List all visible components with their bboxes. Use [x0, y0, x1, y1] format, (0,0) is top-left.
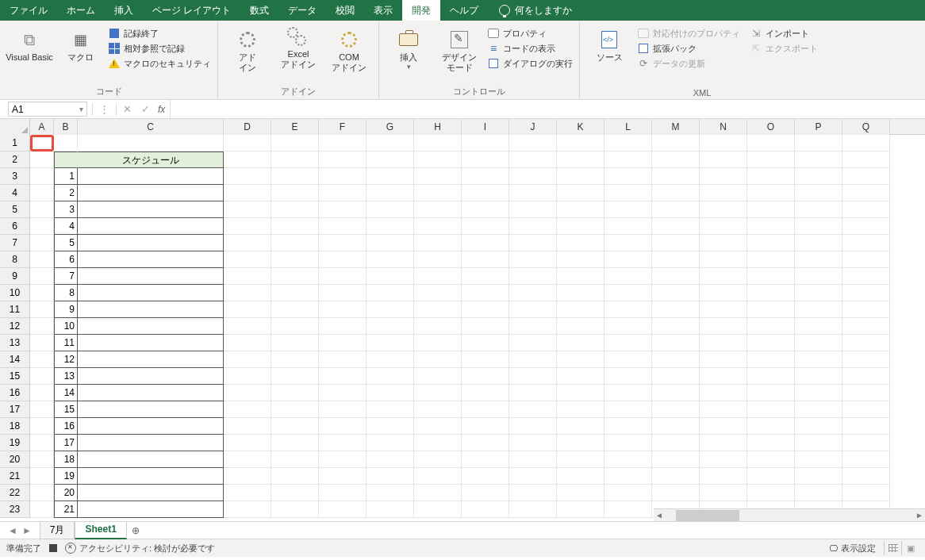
cell-G21[interactable]	[367, 468, 414, 485]
cell-G5[interactable]	[367, 201, 414, 218]
cell-O14[interactable]	[747, 351, 795, 368]
cell-Q7[interactable]	[842, 235, 890, 251]
cell-Q20[interactable]	[842, 451, 890, 468]
cell-G16[interactable]	[367, 385, 414, 401]
cell-I16[interactable]	[462, 385, 509, 401]
cell-N11[interactable]	[700, 301, 747, 318]
cell-O9[interactable]	[747, 268, 795, 285]
cell-P6[interactable]	[795, 218, 842, 235]
xml-source-button[interactable]: ソース	[586, 24, 632, 63]
column-header-K[interactable]: K	[557, 119, 605, 135]
cell-L18[interactable]	[605, 418, 652, 435]
row-header-16[interactable]: 16	[0, 385, 30, 401]
cell-M16[interactable]	[652, 385, 700, 401]
cell-F21[interactable]	[319, 468, 367, 485]
cell-L16[interactable]	[605, 385, 652, 401]
cell-C5[interactable]	[78, 201, 224, 218]
cell-P20[interactable]	[795, 451, 842, 468]
cell-A10[interactable]	[30, 285, 54, 301]
cell-O8[interactable]	[747, 251, 795, 268]
cell-M5[interactable]	[652, 201, 700, 218]
cell-N7[interactable]	[700, 235, 747, 251]
cell-E2[interactable]	[271, 152, 319, 168]
cell-A4[interactable]	[30, 185, 54, 201]
cell-N1[interactable]	[700, 135, 747, 152]
cell-F13[interactable]	[319, 335, 367, 351]
cell-Q8[interactable]	[842, 251, 890, 268]
cell-I19[interactable]	[462, 435, 509, 451]
cell-C9[interactable]	[78, 268, 224, 285]
cell-H2[interactable]	[414, 152, 462, 168]
name-box[interactable]: A1 ▾	[8, 102, 87, 117]
cell-G2[interactable]	[367, 152, 414, 168]
cell-K10[interactable]	[557, 285, 605, 301]
scroll-thumb[interactable]	[676, 510, 739, 521]
cell-N2[interactable]	[700, 152, 747, 168]
cell-O17[interactable]	[747, 401, 795, 418]
row-header-19[interactable]: 19	[0, 435, 30, 451]
cell-F4[interactable]	[319, 185, 367, 201]
sheet-nav-prev-icon[interactable]: ◄	[8, 525, 17, 536]
cell-L9[interactable]	[605, 268, 652, 285]
cell-M12[interactable]	[652, 318, 700, 335]
cell-D17[interactable]	[224, 401, 271, 418]
cell-L10[interactable]	[605, 285, 652, 301]
cell-B14[interactable]: 12	[54, 351, 78, 368]
properties-button[interactable]: プロパティ	[487, 27, 573, 40]
cell-L5[interactable]	[605, 201, 652, 218]
cell-J13[interactable]	[509, 335, 557, 351]
cell-B7[interactable]: 5	[54, 235, 78, 251]
column-header-N[interactable]: N	[700, 119, 747, 135]
cell-C16[interactable]	[78, 385, 224, 401]
view-code-button[interactable]: コードの表示	[487, 42, 573, 55]
menu-tab-ページ レイアウト[interactable]: ページ レイアウト	[143, 0, 240, 21]
cell-O11[interactable]	[747, 301, 795, 318]
cell-F16[interactable]	[319, 385, 367, 401]
cell-I4[interactable]	[462, 185, 509, 201]
formula-input[interactable]	[170, 100, 925, 118]
sheet-nav-next-icon[interactable]: ►	[22, 525, 32, 536]
row-header-14[interactable]: 14	[0, 351, 30, 368]
cell-M7[interactable]	[652, 235, 700, 251]
cell-J22[interactable]	[509, 485, 557, 501]
cell-D23[interactable]	[224, 501, 271, 518]
cell-E8[interactable]	[271, 251, 319, 268]
cell-P13[interactable]	[795, 335, 842, 351]
cell-C4[interactable]	[78, 185, 224, 201]
cell-F6[interactable]	[319, 218, 367, 235]
column-header-A[interactable]: A	[30, 119, 54, 135]
cell-M19[interactable]	[652, 435, 700, 451]
menu-tab-ファイル[interactable]: ファイル	[0, 0, 57, 21]
cell-H17[interactable]	[414, 401, 462, 418]
row-header-18[interactable]: 18	[0, 418, 30, 435]
cell-H4[interactable]	[414, 185, 462, 201]
cell-M15[interactable]	[652, 368, 700, 385]
cell-N5[interactable]	[700, 201, 747, 218]
cell-L19[interactable]	[605, 435, 652, 451]
cell-B3[interactable]: 1	[54, 168, 78, 185]
column-header-I[interactable]: I	[462, 119, 509, 135]
cell-Q10[interactable]	[842, 285, 890, 301]
cell-J16[interactable]	[509, 385, 557, 401]
cell-A20[interactable]	[30, 451, 54, 468]
cell-A16[interactable]	[30, 385, 54, 401]
cell-D1[interactable]	[224, 135, 271, 152]
xml-import-button[interactable]: ⇲ インポート	[750, 27, 818, 40]
cell-J15[interactable]	[509, 368, 557, 385]
cell-C11[interactable]	[78, 301, 224, 318]
cell-Q11[interactable]	[842, 301, 890, 318]
cell-J9[interactable]	[509, 268, 557, 285]
cell-J8[interactable]	[509, 251, 557, 268]
cell-C22[interactable]	[78, 485, 224, 501]
display-settings-button[interactable]: 🖵 表示設定	[829, 543, 876, 554]
cell-K1[interactable]	[557, 135, 605, 152]
cell-I3[interactable]	[462, 168, 509, 185]
cell-B18[interactable]: 16	[54, 418, 78, 435]
cell-E11[interactable]	[271, 301, 319, 318]
cell-C8[interactable]	[78, 251, 224, 268]
cell-F18[interactable]	[319, 418, 367, 435]
cell-P9[interactable]	[795, 268, 842, 285]
cell-K12[interactable]	[557, 318, 605, 335]
cell-F5[interactable]	[319, 201, 367, 218]
cell-D21[interactable]	[224, 468, 271, 485]
